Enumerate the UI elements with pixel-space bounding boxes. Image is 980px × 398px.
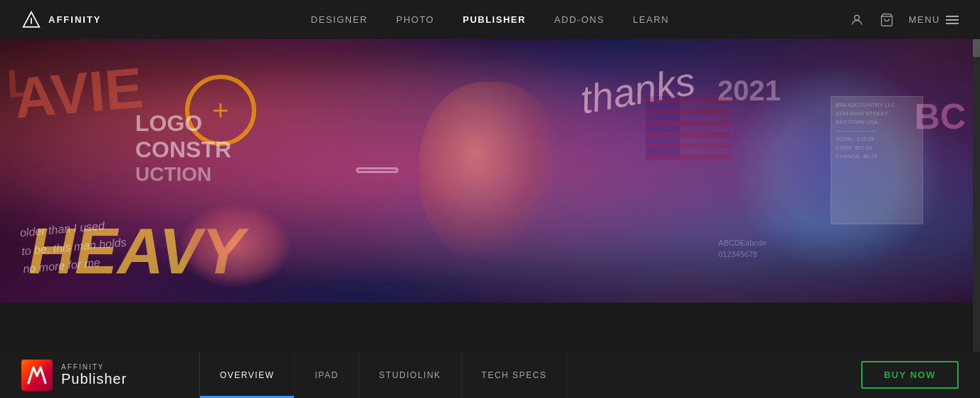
bottom-bar: AFFINITY Publisher OVERVIEW IPAD STUDIOL… xyxy=(0,352,980,398)
graffiti-text-1: AVIE xyxy=(11,55,145,131)
affinity-logo[interactable]: AFFINITY xyxy=(21,10,102,30)
product-brand[interactable]: AFFINITY Publisher xyxy=(0,360,199,391)
svg-point-2 xyxy=(854,15,859,20)
cart-icon[interactable] xyxy=(879,12,895,28)
user-icon[interactable] xyxy=(849,12,865,28)
tab-studiolink[interactable]: STUDIOLINK xyxy=(359,352,462,398)
receipt-overlay: BREADCOUNTRY LLC1234 MAIN STREETANYTOWN … xyxy=(831,96,923,224)
hero-background: AVIE L LOGO CONSTR UCTION HEAVY thanks o… xyxy=(0,39,980,303)
hero-section: AVIE L LOGO CONSTR UCTION HEAVY thanks o… xyxy=(0,39,980,303)
top-navigation: AFFINITY DESIGNER PHOTO PUBLISHER ADD-ON… xyxy=(0,0,980,39)
affinity-logo-icon xyxy=(21,10,41,30)
nav-link-designer[interactable]: DESIGNER xyxy=(311,14,368,25)
flag-overlay xyxy=(646,96,731,160)
user-svg xyxy=(850,13,864,27)
bottom-nav-tabs: OVERVIEW IPAD STUDIOLINK TECH SPECS xyxy=(199,352,567,398)
product-title: Publisher xyxy=(61,371,127,387)
product-name-group: AFFINITY Publisher xyxy=(61,363,127,387)
flowers-overlay xyxy=(178,203,292,288)
tab-tech-specs[interactable]: TECH SPECS xyxy=(462,352,568,398)
affinity-logo-text: AFFINITY xyxy=(48,14,102,25)
alphabet-overlay: ABCDEabcde012345678 xyxy=(718,238,766,260)
tab-overview[interactable]: OVERVIEW xyxy=(200,352,295,398)
product-brand-label: AFFINITY xyxy=(61,363,127,371)
nav-links: DESIGNER PHOTO PUBLISHER ADD-ONS LEARN xyxy=(311,14,669,25)
nav-right-actions: MENU xyxy=(849,12,959,28)
menu-label: MENU xyxy=(909,14,940,25)
menu-button[interactable]: MENU xyxy=(909,14,959,25)
abstract-shape-1 xyxy=(356,167,399,173)
graffiti-text-2: L xyxy=(6,60,32,107)
tab-ipad[interactable]: IPAD xyxy=(295,352,359,398)
face-silhouette xyxy=(419,82,562,260)
buy-now-button[interactable]: BUY NOW xyxy=(861,361,959,389)
nav-link-addons[interactable]: ADD-ONS xyxy=(554,14,604,25)
publisher-logo-svg xyxy=(25,363,49,387)
hamburger-icon xyxy=(946,16,959,24)
publisher-icon-bg xyxy=(21,360,53,391)
cart-svg xyxy=(880,13,894,27)
publisher-icon xyxy=(21,360,53,391)
scrollbar[interactable] xyxy=(973,0,980,398)
nav-link-publisher[interactable]: PUBLISHER xyxy=(463,14,526,25)
logo-constr-overlay: LOGO CONSTR UCTION xyxy=(135,110,231,186)
script-text-overlay: older than I usedto be, this man holdsno… xyxy=(19,215,129,278)
nav-link-learn[interactable]: LEARN xyxy=(633,14,669,25)
nav-link-photo[interactable]: PHOTO xyxy=(396,14,435,25)
